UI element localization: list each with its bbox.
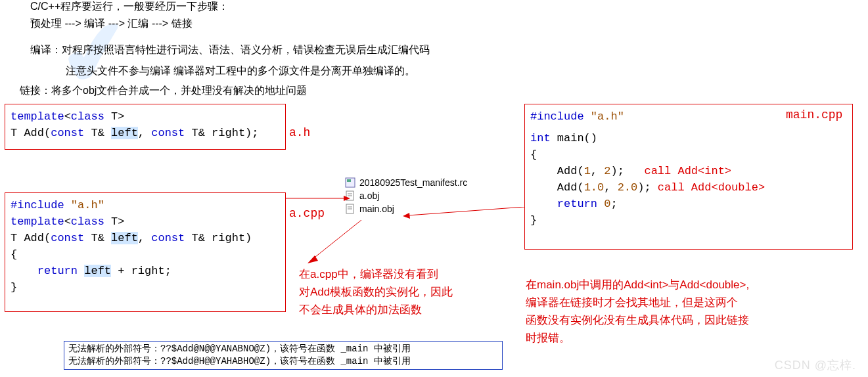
error-box: 无法解析的外部符号：??$Add@N@@YANABNO@Z)，该符号在函数 _m… bbox=[64, 341, 503, 370]
arrow-aobj bbox=[286, 194, 352, 204]
svg-rect-1 bbox=[347, 179, 351, 182]
error-line-2: 无法解析的外部符号：??$Add@H@@YAHABHO@Z)，该符号在函数 _m… bbox=[68, 355, 498, 368]
kw-const: const bbox=[51, 127, 84, 139]
include-string: "a.h" bbox=[71, 199, 104, 211]
kw-include: #include bbox=[530, 110, 591, 123]
svg-line-12 bbox=[312, 220, 361, 259]
watermark: CSDN @忘梓. bbox=[775, 357, 856, 373]
var-left: left bbox=[84, 265, 111, 277]
file-item-manifest: 20180925Test_manifest.rc bbox=[345, 177, 467, 188]
intro-line-3: 编译：对程序按照语言特性进行词法、语法、语义分析，错误检查无误后生成汇编代码 bbox=[30, 43, 430, 57]
obj-file-icon bbox=[345, 190, 355, 201]
arrow-note bbox=[306, 220, 368, 266]
intro-line-5: 链接：将多个obj文件合并成一个，并处理没有解决的地址问题 bbox=[20, 84, 307, 98]
kw-class: class bbox=[71, 110, 104, 123]
label-ah: a.h bbox=[289, 126, 310, 139]
label-acpp: a.cpp bbox=[289, 207, 325, 220]
right-note: 在main.obj中调用的Add<int>与Add<double>, 编译器在链… bbox=[526, 276, 854, 347]
obj-file-icon bbox=[345, 204, 355, 214]
annotation-call-int: call Add<int> bbox=[644, 165, 731, 177]
rc-file-icon bbox=[345, 177, 355, 188]
label-maincpp: main.cpp bbox=[786, 108, 842, 122]
code-box-main: #include "a.h" int main() { Add(1, 2); c… bbox=[524, 104, 853, 250]
param-left: left bbox=[111, 127, 138, 139]
intro-line-4: 注意头文件不参与编译 编译器对工程中的多个源文件是分离开单独编译的。 bbox=[66, 64, 415, 78]
param-left: left bbox=[111, 232, 138, 244]
kw-class: class bbox=[71, 215, 104, 228]
annotation-call-double: call Add<double> bbox=[658, 181, 765, 194]
kw-const: const bbox=[151, 127, 185, 139]
intro-line-1: C/C++程序要运行，一般要经历一下步骤： bbox=[30, 0, 229, 14]
kw-int: int bbox=[530, 132, 551, 144]
kw-include: #include bbox=[11, 199, 71, 211]
code-box-ah: template<class T> T Add(const T& left, c… bbox=[5, 104, 286, 150]
file-item-mainobj: main.obj bbox=[345, 204, 467, 214]
kw-const: const bbox=[151, 232, 185, 244]
error-line-1: 无法解析的外部符号：??$Add@N@@YANABNO@Z)，该符号在函数 _m… bbox=[68, 343, 498, 355]
file-list: 20180925Test_manifest.rc a.obj main.obj bbox=[345, 177, 467, 217]
kw-return: return bbox=[37, 265, 78, 277]
svg-marker-13 bbox=[308, 255, 318, 263]
kw-return: return bbox=[557, 198, 597, 210]
center-note: 在a.cpp中，编译器没有看到 对Add模板函数的实例化，因此 不会生成具体的加… bbox=[299, 265, 453, 319]
file-item-aobj: a.obj bbox=[345, 190, 467, 201]
kw-const: const bbox=[51, 232, 84, 244]
include-string: "a.h" bbox=[591, 110, 624, 123]
code-box-acpp: #include "a.h" template<class T> T Add(c… bbox=[5, 192, 286, 312]
kw-template: template bbox=[11, 215, 64, 228]
kw-template: template bbox=[11, 110, 64, 123]
intro-line-2: 预处理 ---> 编译 ---> 汇编 ---> 链接 bbox=[30, 17, 193, 31]
